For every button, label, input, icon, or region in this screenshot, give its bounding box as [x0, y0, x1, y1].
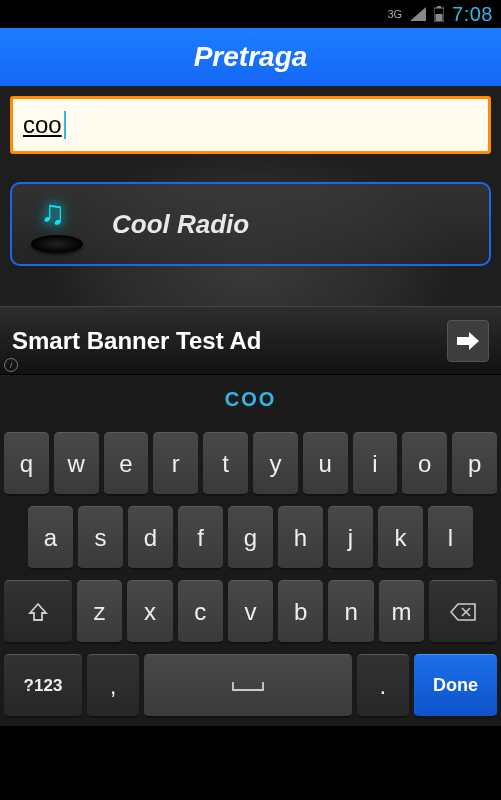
result-label: Cool Radio: [112, 209, 249, 240]
key-s[interactable]: s: [78, 506, 123, 570]
backspace-icon: [450, 603, 476, 621]
key-backspace[interactable]: [429, 580, 497, 644]
key-done[interactable]: Done: [414, 654, 497, 718]
arrow-right-icon: [457, 332, 479, 350]
key-r[interactable]: r: [153, 432, 198, 496]
key-h[interactable]: h: [278, 506, 323, 570]
radio-icon: ♫: [26, 193, 88, 255]
key-x[interactable]: x: [127, 580, 172, 644]
battery-icon: [434, 6, 444, 22]
keyboard-suggestion-bar: COO: [0, 374, 501, 424]
ad-arrow-button[interactable]: [447, 320, 489, 362]
key-d[interactable]: d: [128, 506, 173, 570]
ad-info-icon[interactable]: i: [4, 358, 18, 372]
key-p[interactable]: p: [452, 432, 497, 496]
key-j[interactable]: j: [328, 506, 373, 570]
title-bar: Pretraga: [0, 28, 501, 86]
key-e[interactable]: e: [104, 432, 149, 496]
key-comma[interactable]: ,: [87, 654, 139, 718]
key-b[interactable]: b: [278, 580, 323, 644]
svg-marker-4: [457, 332, 479, 350]
shift-icon: [28, 602, 48, 622]
key-t[interactable]: t: [203, 432, 248, 496]
key-i[interactable]: i: [353, 432, 398, 496]
key-v[interactable]: v: [228, 580, 273, 644]
key-n[interactable]: n: [328, 580, 373, 644]
key-z[interactable]: z: [77, 580, 122, 644]
search-value: coo: [23, 111, 62, 139]
key-shift[interactable]: [4, 580, 72, 644]
app-content: coo ♫ Cool Radio Smart Banner Test Ad i: [0, 86, 501, 374]
text-cursor: [64, 111, 66, 139]
key-u[interactable]: u: [303, 432, 348, 496]
key-period[interactable]: .: [357, 654, 409, 718]
key-f[interactable]: f: [178, 506, 223, 570]
key-w[interactable]: w: [54, 432, 99, 496]
svg-marker-0: [410, 7, 426, 21]
key-a[interactable]: a: [28, 506, 73, 570]
network-label: 3G: [387, 8, 402, 20]
keyboard: q w e r t y u i o p a s d f g h j k l z …: [0, 424, 501, 726]
result-item[interactable]: ♫ Cool Radio: [10, 182, 491, 266]
ad-text: Smart Banner Test Ad: [12, 327, 261, 355]
space-icon: [231, 680, 265, 692]
key-k[interactable]: k: [378, 506, 423, 570]
key-o[interactable]: o: [402, 432, 447, 496]
key-symbols[interactable]: ?123: [4, 654, 82, 718]
page-title: Pretraga: [194, 41, 308, 73]
svg-rect-3: [436, 14, 443, 21]
key-c[interactable]: c: [178, 580, 223, 644]
key-l[interactable]: l: [428, 506, 473, 570]
clock: 7:08: [452, 3, 493, 26]
key-q[interactable]: q: [4, 432, 49, 496]
ad-banner[interactable]: Smart Banner Test Ad i: [0, 306, 501, 374]
search-input[interactable]: coo: [10, 96, 491, 154]
suggestion[interactable]: COO: [225, 388, 277, 411]
key-m[interactable]: m: [379, 580, 424, 644]
key-space[interactable]: [144, 654, 352, 718]
signal-icon: [410, 7, 426, 21]
key-g[interactable]: g: [228, 506, 273, 570]
status-bar: 3G 7:08: [0, 0, 501, 28]
key-y[interactable]: y: [253, 432, 298, 496]
